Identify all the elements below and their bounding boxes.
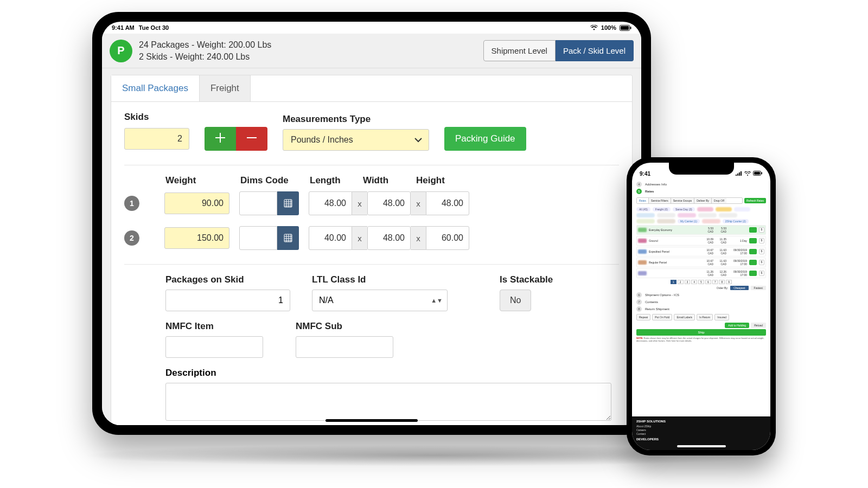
filter-blurred[interactable] (719, 213, 737, 217)
filter-2ship-courier[interactable]: 2Ship Courier (2) (723, 219, 749, 223)
ship-button[interactable]: Ship (636, 329, 766, 336)
measurements-type-select[interactable]: Pounds / Inches (283, 129, 429, 151)
rate-info-button[interactable]: $ (759, 238, 764, 243)
refresh-rates-button[interactable]: Refresh Rates (744, 198, 766, 203)
filter-freight[interactable]: Freight (0) (653, 207, 671, 211)
step-addresses[interactable]: 4Addresses Info (636, 182, 766, 187)
packages-on-skid-input[interactable] (165, 290, 290, 311)
filter-blurred[interactable] (657, 213, 675, 217)
rate-info-button[interactable]: $ (759, 227, 764, 233)
svg-rect-3 (247, 137, 257, 138)
tab-deliver-by[interactable]: Deliver By (694, 198, 712, 203)
rate-row[interactable]: Everyday Economy5.53 CAD5.53 CAD$ (636, 225, 766, 235)
dimension-separator: x (352, 226, 367, 250)
filter-same-day[interactable]: Same Day (3) (673, 207, 695, 211)
action-button[interactable]: Email Labels (674, 314, 695, 320)
pack-skid-level-button[interactable]: Pack / Skid Level (556, 40, 634, 61)
rate-info-button[interactable]: $ (759, 249, 764, 254)
rate-info-button[interactable]: $ (759, 271, 764, 276)
add-to-holding-button[interactable]: Add to Holding (725, 323, 749, 328)
filter-blurred[interactable] (716, 207, 732, 211)
rate-price: 10.09 CAD (703, 237, 713, 244)
rate-row[interactable]: 11.26 CAD12.26 CAD09/30/2019 17:00$ (636, 268, 766, 278)
weight-input[interactable] (164, 227, 229, 249)
pager-page[interactable]: 1 (671, 280, 676, 284)
filter-all[interactable]: All (45) (636, 207, 650, 211)
footer-link[interactable]: About 2Ship (636, 425, 766, 428)
reload-button[interactable]: Reload (751, 323, 766, 328)
tab-rates[interactable]: Rates (637, 198, 649, 203)
step-rates[interactable]: 5Rates (636, 189, 766, 194)
carrier-logo (638, 271, 647, 275)
length-input[interactable] (309, 191, 352, 215)
carrier-logo (638, 249, 647, 254)
packing-guide-button[interactable]: Packing Guide (444, 127, 526, 151)
filter-my-carrier[interactable]: My Carrier (1) (678, 219, 700, 223)
height-input[interactable] (426, 191, 469, 215)
tab-service-filters[interactable]: Service Filters (649, 198, 671, 203)
width-input[interactable] (367, 191, 411, 215)
tab-service-groups[interactable]: Service Groups (671, 198, 694, 203)
ltl-class-select[interactable]: N/A ▲▼ (312, 290, 448, 311)
filter-blurred[interactable] (734, 207, 750, 211)
pager-page[interactable]: 3 (685, 280, 691, 284)
pager-page[interactable]: 9 (726, 280, 732, 284)
pager-page[interactable]: 6 (705, 280, 711, 284)
filter-blurred[interactable] (702, 219, 720, 223)
svg-rect-12 (762, 172, 763, 175)
select-rate-button[interactable] (749, 227, 757, 233)
is-stackable-toggle[interactable]: No (500, 290, 531, 311)
filter-blurred[interactable] (698, 213, 717, 217)
select-rate-button[interactable] (749, 249, 757, 254)
rate-row[interactable]: Expedited Parcel10.67 CAD11.63 CAD09/30/… (636, 247, 766, 256)
tab-small-packages[interactable]: Small Packages (111, 75, 200, 101)
dims-code-input[interactable] (239, 226, 277, 250)
remove-skid-button[interactable] (236, 127, 267, 151)
action-button[interactable]: Put On Hold (652, 314, 672, 320)
nmfc-item-input[interactable] (165, 336, 263, 358)
rate-row[interactable]: Ground10.09 CAD11.35 CAD1 Day$ (636, 236, 766, 246)
rate-info-button[interactable]: $ (759, 260, 764, 265)
section-contents[interactable]: 7Contents (636, 299, 766, 305)
filter-blurred[interactable] (636, 213, 655, 217)
weight-input[interactable] (164, 192, 229, 214)
dims-lookup-button[interactable] (277, 191, 299, 215)
select-rate-button[interactable] (749, 238, 757, 243)
pager-page[interactable]: 5 (698, 280, 704, 284)
dims-code-input[interactable] (239, 191, 277, 215)
tab-drop-off[interactable]: Drop Off (712, 198, 726, 203)
width-input[interactable] (367, 226, 411, 250)
order-fastest-button[interactable]: Fastest (751, 286, 766, 290)
shipment-level-button[interactable]: Shipment Level (483, 40, 556, 61)
pager-page[interactable]: 8 (719, 280, 725, 284)
dims-lookup-button[interactable] (277, 226, 299, 250)
footer-link[interactable]: Careers (636, 428, 766, 432)
order-cheapest-button[interactable]: Cheapest (730, 286, 748, 290)
nmfc-sub-input[interactable] (296, 336, 393, 358)
pager-page[interactable]: 2 (678, 280, 684, 284)
select-rate-button[interactable] (749, 271, 757, 276)
skids-count-input[interactable] (124, 128, 189, 150)
pager-page[interactable]: 7 (712, 280, 718, 284)
description-input[interactable] (165, 383, 611, 421)
section-return-shipment[interactable]: 8Return Shipment (636, 306, 766, 312)
action-button[interactable]: Is Return (697, 314, 713, 320)
length-input[interactable] (309, 226, 352, 250)
rate-row[interactable]: Regular Parcel10.67 CAD11.63 CAD09/30/20… (636, 258, 766, 267)
battery-icon (620, 25, 631, 31)
action-button[interactable]: Repeat (636, 314, 650, 320)
filter-blurred[interactable] (636, 219, 655, 223)
select-rate-button[interactable] (749, 260, 757, 265)
footer-link[interactable]: Contact (636, 432, 766, 435)
section-shipment-options[interactable]: 6Shipment Options - ICS (636, 292, 766, 298)
pager-page[interactable]: 4 (691, 280, 697, 284)
add-skid-button[interactable] (205, 127, 236, 151)
home-indicator[interactable] (677, 445, 726, 447)
filter-blurred[interactable] (657, 219, 675, 223)
action-button[interactable]: Insured (714, 314, 729, 320)
filter-blurred[interactable] (697, 207, 713, 211)
tab-freight[interactable]: Freight (200, 75, 251, 101)
height-input[interactable] (426, 226, 469, 250)
filter-blurred[interactable] (678, 213, 696, 217)
home-indicator[interactable] (326, 419, 418, 422)
